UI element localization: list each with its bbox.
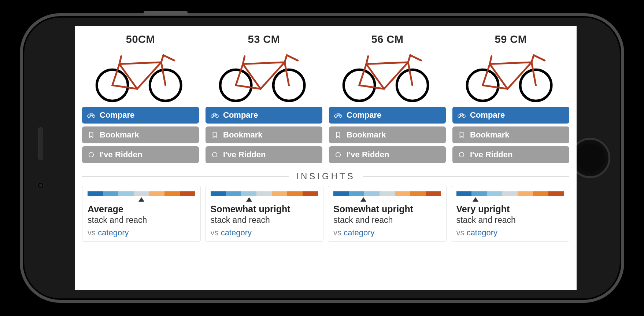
- bookmark-label: Bookmark: [223, 130, 263, 140]
- category-link[interactable]: category: [344, 228, 374, 237]
- bike-icon: [211, 112, 219, 118]
- bookmark-button[interactable]: Bookmark: [452, 126, 569, 143]
- svg-line-22: [285, 62, 289, 85]
- bike-diagram: [458, 50, 564, 103]
- category-link[interactable]: category: [221, 228, 252, 237]
- indicator-row: [333, 197, 441, 202]
- svg-line-4: [119, 62, 161, 64]
- size-label: 53 CM: [248, 33, 280, 45]
- bike-column: 50CM Compare Bookmark: [82, 33, 199, 166]
- category-link[interactable]: category: [467, 228, 497, 237]
- bike-diagram: [88, 50, 194, 103]
- spectrum-bar: [88, 191, 195, 196]
- svg-line-7: [119, 56, 121, 64]
- svg-line-47: [482, 64, 489, 85]
- bike-column: 56 CM Compare Bookmark: [329, 33, 446, 166]
- insight-card: Somewhat upright stack and reach vs cate…: [328, 186, 447, 242]
- svg-line-37: [408, 55, 410, 62]
- compare-label: Compare: [100, 110, 134, 120]
- insight-vs: vs category: [333, 228, 441, 238]
- compare-button[interactable]: Compare: [452, 107, 569, 124]
- svg-line-19: [236, 64, 243, 85]
- indicator-row: [88, 197, 195, 202]
- bike-icon: [334, 112, 342, 118]
- svg-line-49: [490, 56, 492, 64]
- svg-line-8: [161, 62, 166, 85]
- bike-column: 59 CM Compare Bookmark: [452, 33, 569, 166]
- compare-label: Compare: [223, 110, 258, 120]
- insight-title: Somewhat upright: [211, 204, 318, 214]
- front-camera: [37, 182, 44, 189]
- svg-line-16: [236, 85, 260, 89]
- compare-button[interactable]: Compare: [82, 107, 199, 124]
- circle-icon: [211, 151, 218, 158]
- bike-icon: [458, 112, 466, 118]
- indicator-arrow: [360, 197, 366, 202]
- insight-vs: vs category: [211, 228, 318, 238]
- bike-diagram: [334, 50, 441, 103]
- phone-left-hardware: [37, 127, 44, 189]
- svg-line-46: [490, 62, 532, 64]
- bookmark-button[interactable]: Bookmark: [206, 126, 322, 143]
- insight-subtitle: stack and reach: [456, 215, 564, 225]
- indicator-arrow: [246, 197, 252, 202]
- circle-icon: [88, 151, 95, 158]
- insight-subtitle: stack and reach: [333, 215, 441, 225]
- bookmark-button[interactable]: Bookmark: [329, 126, 446, 143]
- svg-line-5: [112, 64, 119, 85]
- ridden-button[interactable]: I've Ridden: [82, 146, 199, 163]
- svg-line-38: [410, 55, 421, 61]
- insight-vs: vs category: [456, 228, 564, 238]
- circle-icon: [458, 151, 465, 158]
- svg-line-10: [163, 55, 174, 61]
- power-button: [144, 11, 188, 15]
- svg-line-23: [285, 55, 287, 62]
- insights-row: Average stack and reach vs category Some…: [82, 186, 569, 242]
- bike-column: 53 CM Compare Bookmark: [206, 33, 322, 166]
- insight-card: Average stack and reach vs category: [82, 186, 201, 242]
- divider-line: [363, 176, 569, 177]
- insight-title: Very upright: [456, 204, 564, 214]
- ridden-label: I've Ridden: [470, 150, 512, 159]
- phone-frame: 50CM Compare Bookmark: [20, 13, 624, 303]
- compare-button[interactable]: Compare: [329, 107, 446, 124]
- compare-label: Compare: [347, 110, 381, 120]
- size-label: 56 CM: [371, 33, 404, 45]
- insight-card: Somewhat upright stack and reach vs cate…: [205, 186, 324, 242]
- svg-line-50: [532, 62, 536, 85]
- svg-point-12: [92, 115, 95, 117]
- ridden-button[interactable]: I've Ridden: [206, 146, 322, 163]
- compare-label: Compare: [470, 110, 505, 120]
- bike-icon: [87, 112, 95, 118]
- compare-button[interactable]: Compare: [206, 107, 322, 124]
- circle-icon: [335, 151, 341, 158]
- bookmark-icon: [458, 132, 465, 138]
- ridden-button[interactable]: I've Ridden: [452, 146, 569, 163]
- ridden-label: I've Ridden: [100, 150, 142, 159]
- insight-vs: vs category: [88, 228, 195, 238]
- size-label: 50CM: [126, 33, 155, 45]
- svg-point-41: [336, 153, 341, 157]
- bookmark-icon: [211, 132, 218, 138]
- svg-point-54: [463, 115, 465, 117]
- indicator-row: [456, 197, 564, 202]
- svg-line-21: [243, 56, 245, 64]
- svg-line-18: [243, 62, 285, 64]
- category-link[interactable]: category: [98, 228, 129, 237]
- svg-line-44: [482, 85, 507, 89]
- ridden-button[interactable]: I've Ridden: [329, 146, 446, 163]
- ridden-label: I've Ridden: [223, 150, 266, 159]
- svg-point-13: [89, 153, 94, 157]
- bookmark-button[interactable]: Bookmark: [82, 126, 199, 143]
- indicator-row: [211, 197, 318, 202]
- insight-title: Average: [88, 204, 195, 214]
- bookmark-label: Bookmark: [100, 130, 139, 140]
- svg-line-24: [286, 55, 297, 61]
- svg-line-30: [359, 85, 384, 89]
- insights-header: INSIGHTS: [82, 171, 569, 181]
- bike-diagram: [211, 50, 317, 103]
- insight-subtitle: stack and reach: [211, 215, 318, 225]
- svg-line-35: [366, 56, 368, 64]
- svg-line-33: [359, 64, 366, 85]
- bookmark-icon: [335, 132, 341, 138]
